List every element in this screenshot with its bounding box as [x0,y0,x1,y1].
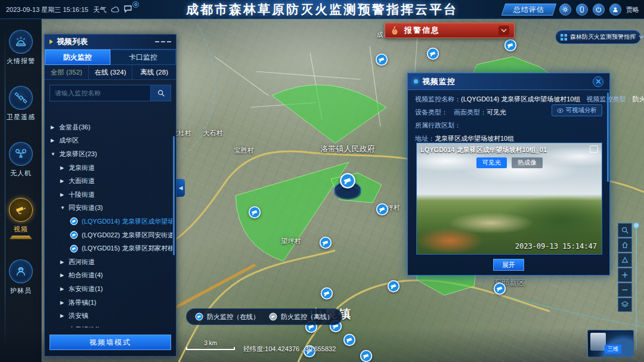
sidebar-item-ranger[interactable]: 护林员 [0,259,42,295]
camera-marker[interactable] [343,333,356,346]
tree-node[interactable]: ▶大面街道 [45,174,172,188]
visible-light-button[interactable]: 可见光 [476,157,507,168]
address-label: 地址： [415,134,435,143]
org-selector-dropdown[interactable]: 森林防灭火监测预警指挥 [555,30,641,44]
sidebar-item-video[interactable]: 视频 [0,198,42,239]
alarm-chevron-down-icon[interactable] [499,26,509,35]
video-fullscreen-icon[interactable] [590,146,598,153]
map-legend: 防火监控（在线）防火监控（离线） [186,308,342,325]
tree-node[interactable]: ▼同安街道(3) [45,202,172,215]
filter-all[interactable]: 全部 (352) [45,65,89,79]
chevron-collapsed-icon[interactable]: ▶ [60,259,65,265]
camera-marker[interactable] [248,206,261,219]
tree-camera-item[interactable]: (LQYGD022) 龙泉驿区同安街道红壁村 [45,228,172,242]
summary-evaluation-button[interactable]: 总结评估 [501,4,556,16]
tab-fire-monitor[interactable]: 防火监控 [45,49,110,65]
alarm-info-label: 报警信息 [404,25,440,36]
camera-marker[interactable] [426,47,439,60]
tree-node-label: 东安街道(1) [69,284,103,293]
chevron-collapsed-icon[interactable]: ▶ [60,178,65,184]
tree-node[interactable]: ▶西河街道 [45,255,172,269]
home-icon[interactable] [618,238,632,252]
tree-node[interactable]: ▶金堂县(36) [45,120,172,134]
settings-gear-icon[interactable] [559,4,571,16]
camera-marker[interactable] [504,39,517,52]
tree-node[interactable]: ▶东安街道(1) [45,282,172,296]
zoom-slider[interactable] [636,225,637,349]
mobile-device-icon[interactable] [576,4,588,16]
tree-node[interactable]: ▶山泉镇(14) [45,323,172,327]
tree-node[interactable]: ▶洛带镇(1) [45,296,172,310]
tree-camera-item[interactable]: (LQYGD015) 龙泉驿区郑家村移动 [45,242,172,255]
tree-node[interactable]: ▼龙泉驿区(23) [45,147,172,161]
camera-marker[interactable] [375,53,388,66]
tab-checkpoint-monitor[interactable]: 卡口监控 [110,49,176,65]
camera-marker[interactable] [376,203,389,216]
video-mode-buttons: 可见光热成像 [417,157,602,168]
tree-node-label: 西河街道 [69,258,95,267]
chevron-collapsed-icon[interactable]: ▶ [51,125,55,130]
tree-camera-item[interactable]: (LQYGD014) 龙泉驿区成华望场坡村10组 [45,215,172,228]
camera-marker[interactable] [319,236,332,249]
filter-offline[interactable]: 离线 (28) [132,65,176,79]
layers-icon[interactable] [618,298,632,312]
user-avatar-icon[interactable] [609,4,621,16]
expand-button[interactable]: 展开 [493,259,524,271]
tree-node[interactable]: ▶成华区 [45,134,172,148]
popup-title: 视频监控 [422,76,456,87]
map-scalebar: 3 km [186,340,235,350]
measure-icon[interactable] [618,253,632,267]
chevron-collapsed-icon[interactable]: ▶ [60,313,65,318]
alarm-info-banner[interactable]: 报警信息 [385,23,515,38]
zoom-out-icon[interactable] [618,283,632,297]
chevron-collapsed-icon[interactable]: ▶ [60,300,65,305]
camera-marker-icon [70,231,78,239]
chevron-collapsed-icon[interactable]: ▶ [60,165,65,171]
tree-node[interactable]: ▶柏合街道(4) [45,269,172,283]
address-value: 龙泉驿区成华望场坡村10组 [435,134,514,143]
tree-node-label: 金堂县(36) [59,123,91,132]
district-label: 所属行政区划： [415,121,461,130]
power-icon[interactable] [593,4,605,16]
search-button[interactable] [151,85,171,101]
status-filter-tabs: 全部 (352)在线 (324)离线 (28) [45,65,176,80]
chevron-expanded-icon[interactable]: ▼ [51,151,55,157]
chevron-collapsed-icon[interactable]: ▶ [60,327,65,327]
sidebar-item-drone[interactable]: 无人机 [0,142,42,178]
filter-online[interactable]: 在线 (324) [89,65,133,79]
chevron-collapsed-icon[interactable]: ▶ [60,286,65,292]
map-3d-mode-thumbnail[interactable]: 三维 [587,330,634,357]
org-chevron-down-icon [639,35,644,39]
close-icon[interactable] [593,76,603,87]
tree-node-label: 洛带镇(1) [69,298,96,307]
search-input[interactable] [49,85,151,101]
chevron-collapsed-icon[interactable]: ▶ [51,138,55,143]
chevron-expanded-icon[interactable]: ▼ [60,205,65,211]
sidebar-item-satellite[interactable]: 卫星遥感 [0,86,42,122]
tree-node[interactable]: ▶龙泉街道 [45,161,172,175]
search-icon[interactable] [618,223,632,237]
scale-label: 3 km [186,340,235,346]
tree-node[interactable]: ▶十陵街道 [45,188,172,202]
camera-marker[interactable] [387,280,400,293]
camera-marker[interactable] [320,287,333,300]
viewshed-analysis-button[interactable]: 可视域分析 [552,104,603,116]
camera-marker-selected[interactable] [339,172,356,189]
sidebar-item-fire-alarm[interactable]: 火情报警 [0,30,42,66]
video-feed[interactable]: LQYGD014 龙泉驿区成华望场坡村10组_01 可见光热成像 2023-09… [416,143,602,255]
tree-node[interactable]: ▶洪安镇 [45,309,172,323]
thermal-imaging-button[interactable]: 热成像 [512,157,543,168]
camera-marker[interactable] [493,282,506,295]
camera-type-value: 防火监控 [632,95,644,104]
chevron-collapsed-icon[interactable]: ▶ [60,192,65,197]
zoom-slider-knob[interactable] [634,223,639,228]
video-wall-mode-button[interactable]: 视频墙模式 [49,335,171,350]
tree-scrollbar[interactable] [173,136,175,255]
popup-scrollbar[interactable] [607,92,609,182]
video-feed-title: LQYGD014 龙泉驿区成华望场坡村10组_01 [420,146,547,154]
camera-marker[interactable] [360,349,373,362]
app-root: { "colors": { "accent": "#1677ff", "aler… [0,0,644,362]
chevron-collapsed-icon[interactable]: ▶ [60,273,65,278]
panel-collapse-handle[interactable]: ◀ [177,179,185,197]
zoom-in-icon[interactable] [618,268,632,282]
